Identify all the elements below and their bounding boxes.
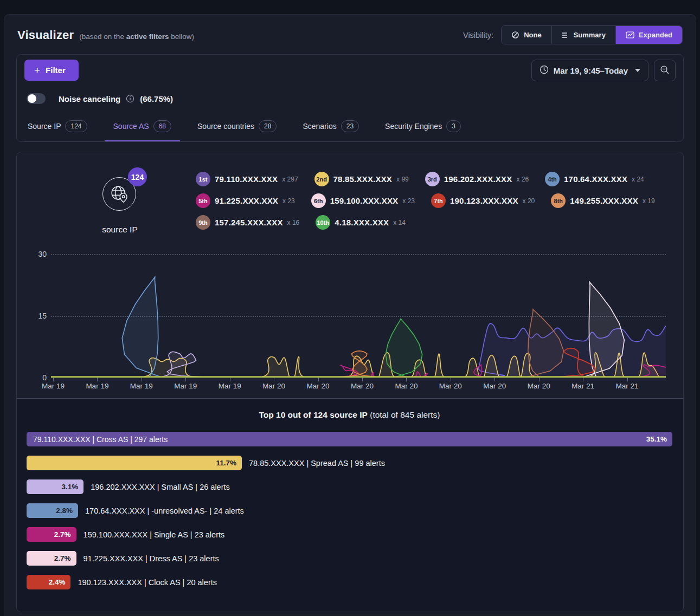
zoom-out-search-button[interactable] xyxy=(654,60,676,81)
legend-item[interactable]: 2nd78.85.XXX.XXXx 99 xyxy=(314,172,409,186)
noise-canceling-toggle[interactable] xyxy=(27,93,46,104)
legend-item[interactable]: 8th149.255.XXX.XXXx 19 xyxy=(551,193,654,208)
legend-ip: 157.245.XXX.XXX xyxy=(215,218,283,227)
legend-item[interactable]: 9th157.245.XXX.XXXx 16 xyxy=(196,215,299,230)
legend-item[interactable]: 4th170.64.XXX.XXXx 24 xyxy=(545,172,644,186)
date-range-button[interactable]: Mar 19, 9:45–Today xyxy=(531,60,648,81)
x-axis-tick-label: Mar 20 xyxy=(389,382,423,390)
tab-source-ip[interactable]: Source IP124 xyxy=(27,117,88,141)
top-bar[interactable]: 79.110.XXX.XXX | Cross AS | 297 alerts35… xyxy=(27,432,672,446)
legend-item[interactable]: 3rd196.202.XXX.XXXx 26 xyxy=(425,172,529,186)
x-axis-tick-label: Mar 19 xyxy=(124,382,159,390)
top-bar-row: 79.110.XXX.XXX | Cross AS | 297 alerts35… xyxy=(27,432,672,446)
legend-count: x 99 xyxy=(396,176,409,183)
tab-count-badge: 28 xyxy=(259,120,277,132)
tab-count-badge: 68 xyxy=(153,120,171,132)
page-title: Visualizer xyxy=(17,28,74,42)
visibility-segmented-control: None Summary Expanded xyxy=(501,25,683,44)
legend-rank-badge: 6th xyxy=(311,193,326,208)
tab-security-engines[interactable]: Security Engines3 xyxy=(384,117,462,141)
visibility-expanded-button[interactable]: Expanded xyxy=(616,26,682,44)
top-bar[interactable]: 2.7% xyxy=(27,527,76,542)
top-bar-percentage: 3.1% xyxy=(61,483,78,491)
tab-label: Source IP xyxy=(28,122,61,131)
top-bar-percentage: 2.7% xyxy=(54,554,71,562)
top10-title: Top 10 out of 124 source IP (total of 84… xyxy=(27,410,672,420)
legend-ip: 78.85.XXX.XXX xyxy=(333,174,393,184)
legend-item[interactable]: 1st79.110.XXX.XXXx 297 xyxy=(196,172,298,186)
top-bar-percentage: 35.1% xyxy=(646,435,667,443)
legend-rank-badge: 4th xyxy=(545,172,560,186)
legend-item[interactable]: 5th91.225.XXX.XXXx 23 xyxy=(196,193,295,208)
x-axis-labels: Mar 19Mar 19Mar 19Mar 19Mar 19Mar 20Mar … xyxy=(51,378,666,394)
legend-count: x 14 xyxy=(393,219,406,226)
top-bar[interactable]: 11.7% xyxy=(27,456,242,470)
legend-ip: 190.123.XXX.XXX xyxy=(450,196,518,205)
tab-source-countries[interactable]: Source countries28 xyxy=(196,117,278,141)
legend-item[interactable]: 6th159.100.XXX.XXXx 23 xyxy=(311,193,415,208)
y-axis-tick-label: 0 xyxy=(25,373,47,382)
legend-item[interactable]: 7th190.123.XXX.XXXx 20 xyxy=(431,193,535,208)
summary-icon xyxy=(562,32,569,38)
visibility-none-button[interactable]: None xyxy=(502,26,552,44)
top-bar-label: 78.85.XXX.XXX | Spread AS | 99 alerts xyxy=(249,459,385,468)
top-bar-label: 159.100.XXX.XXX | Single AS | 23 alerts xyxy=(84,530,225,539)
info-icon[interactable] xyxy=(126,94,134,103)
legend-ip: 170.64.XXX.XXX xyxy=(564,174,627,184)
tab-count-badge: 3 xyxy=(446,120,461,132)
visibility-summary-button[interactable]: Summary xyxy=(552,26,616,44)
chart-area: 30150 xyxy=(25,254,666,378)
tab-scenarios[interactable]: Scenarios23 xyxy=(301,117,360,141)
legend-rank-badge: 5th xyxy=(196,193,210,208)
x-axis-tick-label: Mar 20 xyxy=(345,382,380,390)
legend-rank-badge: 8th xyxy=(551,193,566,208)
legend-item[interactable]: 10th4.18.XXX.XXXx 14 xyxy=(316,215,406,230)
legend-count: x 20 xyxy=(523,197,535,205)
x-axis-tick-label: Mar 20 xyxy=(433,382,468,390)
add-filter-button[interactable]: + Filter xyxy=(24,60,79,81)
page-subtitle: (based on the active filters bellow) xyxy=(79,33,194,41)
top-bar-row: 2.7%159.100.XXX.XXX | Single AS | 23 ale… xyxy=(27,527,672,542)
x-axis-tick-label: Mar 20 xyxy=(522,382,556,390)
top10-bar-list: 79.110.XXX.XXX | Cross AS | 297 alerts35… xyxy=(27,432,672,589)
chart-plot[interactable] xyxy=(51,254,666,378)
top-bar-label: 190.123.XXX.XXX | Clock AS | 20 alerts xyxy=(78,578,217,587)
tab-label: Source AS xyxy=(113,122,149,131)
tab-count-badge: 124 xyxy=(65,120,87,132)
clock-icon xyxy=(540,65,549,76)
legend-count: x 24 xyxy=(632,176,644,183)
top-bar[interactable]: 2.4% xyxy=(27,575,70,589)
noise-canceling-value: (66.75%) xyxy=(140,94,173,103)
top-bar-label: 170.64.XXX.XXX | -unresolved AS- | 24 al… xyxy=(85,507,244,515)
top-bar[interactable]: 2.8% xyxy=(27,503,78,518)
top-bar-row: 2.8%170.64.XXX.XXX | -unresolved AS- | 2… xyxy=(27,503,672,518)
expanded-icon xyxy=(626,31,634,38)
legend-count: x 26 xyxy=(516,176,529,183)
x-axis-tick-label: Mar 20 xyxy=(477,382,512,390)
chevron-down-icon xyxy=(635,69,640,72)
filters-card: + Filter Mar 19, 9:45–Today xyxy=(16,54,684,142)
legend-count: x 19 xyxy=(643,197,655,205)
top-bar-row: 2.4%190.123.XXX.XXX | Clock AS | 20 aler… xyxy=(27,575,672,589)
top-bar[interactable]: 3.1% xyxy=(27,479,84,494)
entity-count-badge: 124 xyxy=(128,167,147,186)
legend-ip: 149.255.XXX.XXX xyxy=(570,196,638,205)
x-axis-tick-label: Mar 21 xyxy=(610,382,645,390)
legend-rank-badge: 2nd xyxy=(314,172,329,186)
visibility-label: Visibility: xyxy=(463,31,493,40)
entity-block: 124 source IP xyxy=(86,170,153,237)
top-bar-percentage: 2.4% xyxy=(49,578,66,586)
tab-source-as[interactable]: Source AS68 xyxy=(112,117,173,141)
legend-ip: 91.225.XXX.XXX xyxy=(215,196,278,205)
entity-label: source IP xyxy=(86,225,153,235)
x-axis-tick-label: Mar 20 xyxy=(256,382,291,390)
legend-ip: 196.202.XXX.XXX xyxy=(444,174,512,184)
top-bar[interactable]: 2.7% xyxy=(27,551,76,566)
top-bar-percentage: 11.7% xyxy=(216,459,236,467)
y-axis-tick-label: 30 xyxy=(25,250,47,258)
visualizer-panel: Visualizer (based on the active filters … xyxy=(4,14,696,616)
top-bar-label: 79.110.XXX.XXX | Cross AS | 297 alerts xyxy=(32,435,168,444)
legend-count: x 23 xyxy=(282,197,295,205)
legend-ip: 159.100.XXX.XXX xyxy=(330,196,399,205)
legend-ip: 79.110.XXX.XXX xyxy=(215,174,278,184)
